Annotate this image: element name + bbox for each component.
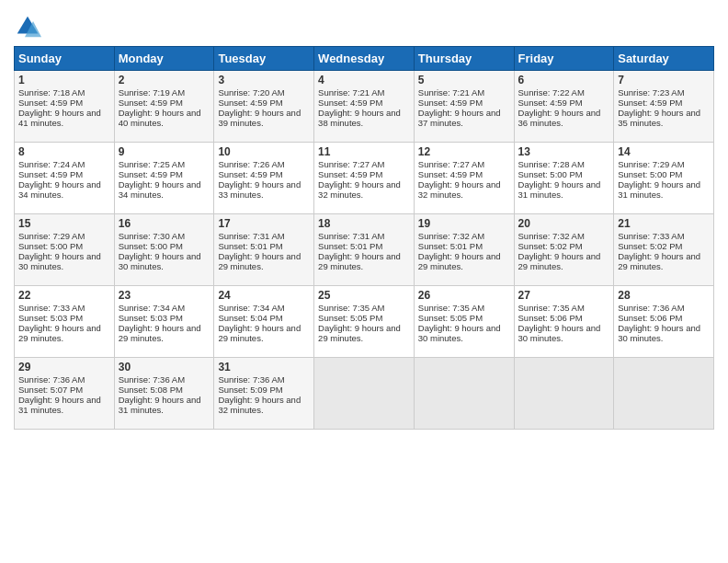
calendar-cell: 3Sunrise: 7:20 AMSunset: 4:59 PMDaylight…: [214, 71, 314, 143]
sunrise-label: Sunrise: 7:33 AM: [18, 303, 85, 313]
calendar-cell: 19Sunrise: 7:32 AMSunset: 5:01 PMDayligh…: [414, 214, 514, 286]
daylight-label: Daylight: 9 hours and 29 minutes.: [119, 323, 201, 343]
daylight-label: Daylight: 9 hours and 34 minutes.: [119, 179, 201, 200]
day-number: 28: [618, 289, 710, 302]
daylight-label: Daylight: 9 hours and 33 minutes.: [218, 179, 301, 200]
calendar-cell: 20Sunrise: 7:32 AMSunset: 5:02 PMDayligh…: [514, 214, 614, 286]
sunrise-label: Sunrise: 7:21 AM: [318, 87, 384, 98]
calendar-cell: 14Sunrise: 7:29 AMSunset: 5:00 PMDayligh…: [614, 143, 714, 214]
calendar-cell: 22Sunrise: 7:33 AMSunset: 5:03 PMDayligh…: [15, 286, 115, 358]
daylight-label: Daylight: 9 hours and 29 minutes.: [318, 323, 401, 343]
sunset-label: Sunset: 5:07 PM: [18, 385, 83, 395]
sunrise-label: Sunrise: 7:35 AM: [518, 303, 585, 313]
calendar-cell: 12Sunrise: 7:27 AMSunset: 4:59 PMDayligh…: [414, 143, 514, 214]
daylight-label: Daylight: 9 hours and 32 minutes.: [418, 179, 501, 200]
daylight-label: Daylight: 9 hours and 34 minutes.: [18, 179, 101, 200]
daylight-label: Daylight: 9 hours and 39 minutes.: [218, 108, 301, 128]
daylight-label: Daylight: 9 hours and 30 minutes.: [618, 323, 700, 343]
calendar-cell: 8Sunrise: 7:24 AMSunset: 4:59 PMDaylight…: [15, 143, 115, 214]
sunrise-label: Sunrise: 7:31 AM: [318, 231, 384, 241]
calendar-table: SundayMondayTuesdayWednesdayThursdayFrid…: [14, 46, 714, 430]
sunset-label: Sunset: 5:00 PM: [618, 169, 682, 179]
sunrise-label: Sunrise: 7:18 AM: [18, 87, 85, 98]
daylight-label: Daylight: 9 hours and 29 minutes.: [218, 323, 301, 343]
day-number: 20: [518, 217, 610, 230]
sunset-label: Sunset: 4:59 PM: [18, 98, 83, 108]
col-header-monday: Monday: [114, 47, 214, 71]
sunset-label: Sunset: 5:03 PM: [18, 313, 83, 323]
calendar-week-4: 22Sunrise: 7:33 AMSunset: 5:03 PMDayligh…: [15, 286, 714, 358]
sunrise-label: Sunrise: 7:26 AM: [218, 159, 284, 169]
calendar-cell: 2Sunrise: 7:19 AMSunset: 4:59 PMDaylight…: [114, 71, 214, 143]
sunset-label: Sunset: 5:01 PM: [318, 241, 382, 251]
calendar-week-3: 15Sunrise: 7:29 AMSunset: 5:00 PMDayligh…: [15, 214, 714, 286]
calendar-cell: 13Sunrise: 7:28 AMSunset: 5:00 PMDayligh…: [514, 143, 614, 214]
sunrise-label: Sunrise: 7:35 AM: [418, 303, 484, 313]
day-number: 17: [218, 217, 310, 230]
sunrise-label: Sunrise: 7:27 AM: [418, 159, 484, 169]
calendar-week-1: 1Sunrise: 7:18 AMSunset: 4:59 PMDaylight…: [15, 71, 714, 143]
day-number: 26: [418, 289, 510, 302]
col-header-tuesday: Tuesday: [214, 47, 314, 71]
sunrise-label: Sunrise: 7:29 AM: [618, 159, 684, 169]
day-number: 27: [518, 289, 610, 302]
sunrise-label: Sunrise: 7:34 AM: [218, 303, 284, 313]
sunset-label: Sunset: 5:00 PM: [18, 241, 83, 251]
col-header-friday: Friday: [514, 47, 614, 71]
sunset-label: Sunset: 5:05 PM: [318, 313, 382, 323]
daylight-label: Daylight: 9 hours and 41 minutes.: [18, 108, 101, 128]
col-header-wednesday: Wednesday: [314, 47, 415, 71]
calendar-cell: 21Sunrise: 7:33 AMSunset: 5:02 PMDayligh…: [614, 214, 714, 286]
daylight-label: Daylight: 9 hours and 29 minutes.: [618, 251, 700, 271]
daylight-label: Daylight: 9 hours and 40 minutes.: [119, 108, 201, 128]
sunset-label: Sunset: 5:06 PM: [518, 313, 583, 323]
sunrise-label: Sunrise: 7:36 AM: [618, 303, 684, 313]
calendar-week-2: 8Sunrise: 7:24 AMSunset: 4:59 PMDaylight…: [15, 143, 714, 214]
daylight-label: Daylight: 9 hours and 30 minutes.: [518, 323, 601, 343]
calendar-cell: 26Sunrise: 7:35 AMSunset: 5:05 PMDayligh…: [414, 286, 514, 358]
sunset-label: Sunset: 5:03 PM: [119, 313, 183, 323]
calendar-cell: 9Sunrise: 7:25 AMSunset: 4:59 PMDaylight…: [114, 143, 214, 214]
page-container: SundayMondayTuesdayWednesdayThursdayFrid…: [0, 0, 728, 439]
daylight-label: Daylight: 9 hours and 32 minutes.: [218, 395, 301, 415]
day-number: 7: [618, 74, 710, 86]
sunset-label: Sunset: 5:09 PM: [218, 385, 282, 395]
sunset-label: Sunset: 5:08 PM: [119, 385, 183, 395]
daylight-label: Daylight: 9 hours and 29 minutes.: [218, 251, 301, 271]
sunrise-label: Sunrise: 7:22 AM: [518, 87, 585, 98]
sunrise-label: Sunrise: 7:32 AM: [518, 231, 585, 241]
sunrise-label: Sunrise: 7:32 AM: [418, 231, 484, 241]
day-number: 10: [218, 145, 310, 158]
day-number: 11: [318, 145, 410, 158]
sunrise-label: Sunrise: 7:24 AM: [18, 159, 85, 169]
sunrise-label: Sunrise: 7:20 AM: [218, 87, 284, 98]
day-number: 3: [218, 74, 310, 86]
calendar-cell: 25Sunrise: 7:35 AMSunset: 5:05 PMDayligh…: [314, 286, 415, 358]
day-number: 22: [18, 289, 110, 302]
daylight-label: Daylight: 9 hours and 37 minutes.: [418, 108, 501, 128]
sunrise-label: Sunrise: 7:30 AM: [119, 231, 185, 241]
sunset-label: Sunset: 5:01 PM: [418, 241, 483, 251]
daylight-label: Daylight: 9 hours and 32 minutes.: [318, 179, 401, 200]
calendar-cell: 17Sunrise: 7:31 AMSunset: 5:01 PMDayligh…: [214, 214, 314, 286]
daylight-label: Daylight: 9 hours and 30 minutes.: [18, 251, 101, 271]
sunrise-label: Sunrise: 7:31 AM: [218, 231, 284, 241]
sunrise-label: Sunrise: 7:36 AM: [18, 374, 85, 385]
sunrise-label: Sunrise: 7:27 AM: [318, 159, 384, 169]
sunrise-label: Sunrise: 7:34 AM: [119, 303, 185, 313]
daylight-label: Daylight: 9 hours and 31 minutes.: [518, 179, 601, 200]
day-number: 15: [18, 217, 110, 230]
calendar-cell: [614, 358, 714, 430]
calendar-cell: 10Sunrise: 7:26 AMSunset: 4:59 PMDayligh…: [214, 143, 314, 214]
day-number: 29: [18, 361, 110, 373]
calendar-cell: 16Sunrise: 7:30 AMSunset: 5:00 PMDayligh…: [114, 214, 214, 286]
day-number: 23: [119, 289, 210, 302]
sunset-label: Sunset: 5:00 PM: [518, 169, 583, 179]
sunset-label: Sunset: 4:59 PM: [318, 98, 382, 108]
calendar-cell: 24Sunrise: 7:34 AMSunset: 5:04 PMDayligh…: [214, 286, 314, 358]
sunset-label: Sunset: 5:02 PM: [618, 241, 682, 251]
sunrise-label: Sunrise: 7:36 AM: [119, 374, 185, 385]
col-header-saturday: Saturday: [614, 47, 714, 71]
sunset-label: Sunset: 5:00 PM: [119, 241, 183, 251]
day-number: 13: [518, 145, 610, 158]
